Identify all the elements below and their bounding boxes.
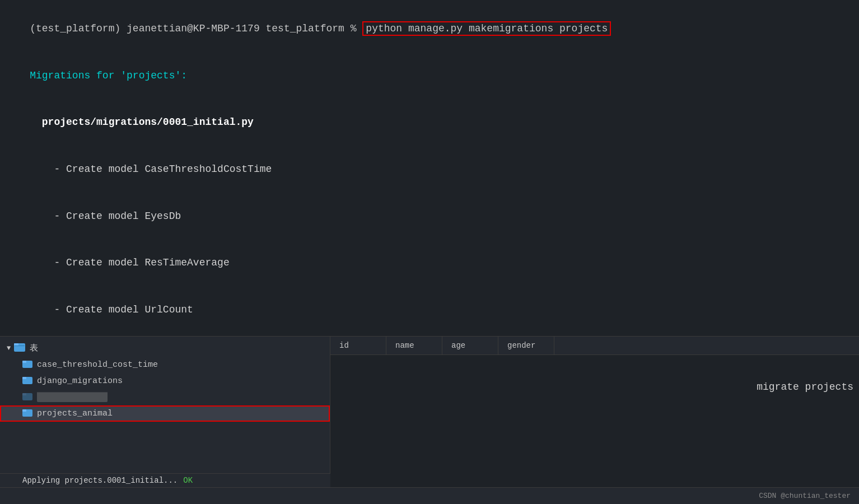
folder-icon-2 xyxy=(22,375,32,387)
status-ok-text: OK xyxy=(183,476,193,485)
svg-rect-4 xyxy=(22,361,26,363)
svg-rect-1 xyxy=(14,343,18,346)
col-age: age xyxy=(442,337,498,354)
output-model-2: - Create model EyesDb xyxy=(30,211,181,222)
col-name: name xyxy=(386,337,442,354)
output-model-3: - Create model ResTimeAverage xyxy=(30,257,229,268)
tree-item-projects-animal[interactable]: projects_animal xyxy=(0,405,330,422)
svg-rect-6 xyxy=(22,377,26,379)
output-model-4: - Create model UrlCount xyxy=(30,304,193,315)
right-overlay-text: migrate projects xyxy=(720,370,853,404)
folder-icon-1 xyxy=(22,359,32,371)
table-folder-icon xyxy=(14,342,25,354)
col-gender: gender xyxy=(498,337,554,354)
svg-rect-2 xyxy=(15,346,25,346)
svg-rect-10 xyxy=(22,409,26,412)
terminal-line-2: Migrations for 'projects': xyxy=(0,53,859,100)
terminal-line-6: - Create model ResTimeAverage xyxy=(0,240,859,287)
status-applying-text: Applying projects.0001_initial... xyxy=(22,476,178,485)
status-bar-text: CSDN @chuntian_tester xyxy=(759,492,851,500)
prompt-1: (test_platform) jeanettian@KP-MBP-1179 t… xyxy=(30,23,362,34)
tree-header[interactable]: ▼ 表 xyxy=(0,339,330,357)
svg-rect-8 xyxy=(22,393,26,395)
terminal-line-1: (test_platform) jeanettian@KP-MBP-1179 t… xyxy=(0,6,859,53)
bottom-panel: ▼ 表 case_threshold_cost_time xyxy=(0,336,859,504)
tree-item-label-2: django_migrations xyxy=(37,376,123,386)
tree-item-label-4: projects_animal xyxy=(37,409,113,418)
output-migrations-header: Migrations for 'projects': xyxy=(30,70,187,81)
terminal-line-3: projects/migrations/0001_initial.py xyxy=(0,99,859,146)
folder-icon-3 xyxy=(22,391,32,403)
terminal-panel: (test_platform) jeanettian@KP-MBP-1179 t… xyxy=(0,0,859,336)
tree-item-hidden[interactable]: ██████████████ xyxy=(0,389,330,405)
command-1: python manage.py makemigrations projects xyxy=(362,21,611,36)
tree-item-case-threshold[interactable]: case_threshold_cost_time xyxy=(0,357,330,373)
status-bar: CSDN @chuntian_tester xyxy=(0,487,859,504)
table-header-row: id name age gender xyxy=(330,337,859,355)
tree-item-label-3: ██████████████ xyxy=(37,393,108,402)
terminal-line-7: - Create model UrlCount xyxy=(0,287,859,334)
tree-item-label-1: case_threshold_cost_time xyxy=(37,360,158,370)
bottom-status-sidebar: Applying projects.0001_initial... OK xyxy=(0,473,330,487)
output-model-1: - Create model CaseThresholdCostTime xyxy=(30,164,272,175)
output-migration-file: projects/migrations/0001_initial.py xyxy=(30,116,254,128)
terminal-line-5: - Create model EyesDb xyxy=(0,193,859,240)
folder-icon-4 xyxy=(22,408,32,419)
table-panel: id name age gender migrate projects xyxy=(330,337,859,504)
col-id: id xyxy=(330,337,386,354)
terminal-line-4: - Create model CaseThresholdCostTime xyxy=(0,146,859,193)
chevron-icon: ▼ xyxy=(7,344,11,352)
tree-header-label: 表 xyxy=(30,343,38,353)
tree-item-django-migrations[interactable]: django_migrations xyxy=(0,373,330,389)
